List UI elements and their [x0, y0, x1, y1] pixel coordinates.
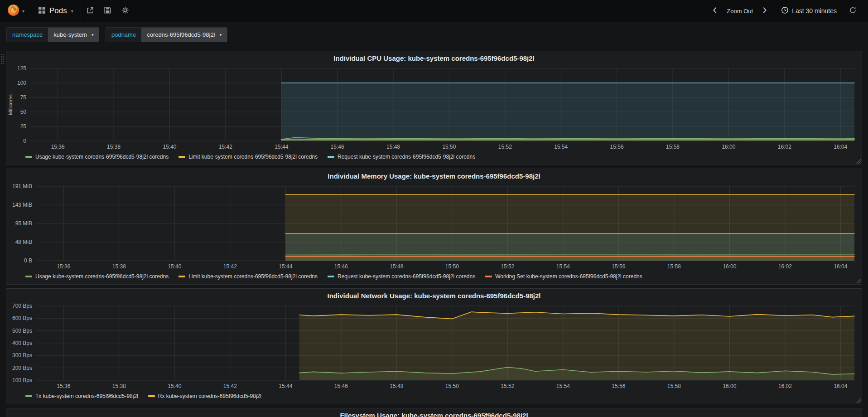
svg-text:15:50: 15:50 — [445, 383, 459, 389]
legend-series-name: Tx kube-system coredns-695f96dcd5-98j2l — [35, 393, 138, 399]
legend-series-color — [328, 156, 334, 158]
svg-text:15:48: 15:48 — [390, 383, 403, 389]
panel-resize-handle[interactable] — [856, 159, 861, 164]
chevron-left-icon — [713, 7, 717, 15]
dashboard-panels: Individual CPU Usage: kube-system coredn… — [0, 47, 868, 417]
svg-text:16:00: 16:00 — [722, 144, 735, 150]
settings-button[interactable] — [116, 0, 134, 22]
svg-text:500 Bps: 500 Bps — [12, 328, 32, 334]
legend-item[interactable]: Request kube-system coredns-695f96dcd5-9… — [328, 154, 475, 160]
legend-item[interactable]: Limit kube-system coredns-695f96dcd5-98j… — [178, 154, 318, 160]
svg-text:16:02: 16:02 — [778, 263, 792, 270]
svg-text:25: 25 — [20, 123, 27, 130]
svg-text:15:58: 15:58 — [667, 263, 681, 270]
svg-text:15:42: 15:42 — [223, 383, 237, 389]
time-back-button[interactable] — [708, 0, 722, 22]
svg-text:15:40: 15:40 — [163, 144, 176, 150]
legend-item[interactable]: Usage kube-system coredns-695f96dcd5-98j… — [25, 154, 169, 160]
memory-usage-graph[interactable]: 0 B48 MiB95 MiB143 MiB191 MiB15:3615:381… — [6, 183, 862, 272]
svg-text:15:54: 15:54 — [556, 263, 570, 270]
time-range-button[interactable]: Last 30 minutes — [776, 0, 841, 22]
svg-text:15:58: 15:58 — [666, 144, 680, 150]
svg-text:600 Bps: 600 Bps — [12, 315, 32, 321]
svg-text:15:42: 15:42 — [219, 144, 232, 150]
legend-series-name: Limit kube-system coredns-695f96dcd5-98j… — [188, 273, 318, 280]
svg-text:143 MiB: 143 MiB — [12, 202, 32, 208]
svg-text:48 MiB: 48 MiB — [15, 239, 32, 245]
legend-item[interactable]: Limit kube-system coredns-695f96dcd5-98j… — [178, 273, 318, 280]
variable-select-podname[interactable]: coredns-695f96dcd5-98j2l ▾ — [141, 28, 227, 42]
svg-text:15:48: 15:48 — [386, 144, 400, 150]
panel-resize-handle[interactable] — [856, 398, 861, 403]
legend-item[interactable]: Request kube-system coredns-695f96dcd5-9… — [328, 273, 475, 280]
svg-text:15:46: 15:46 — [334, 263, 348, 270]
memory-legend: Usage kube-system coredns-695f96dcd5-98j… — [6, 272, 862, 284]
network-usage-graph[interactable]: 100 Bps200 Bps300 Bps400 Bps500 Bps600 B… — [6, 302, 862, 391]
svg-text:Millicores: Millicores — [8, 94, 13, 115]
panel-title[interactable]: Individual Network Usage: kube-system co… — [6, 291, 862, 302]
time-forward-button[interactable] — [757, 0, 772, 22]
legend-series-name: Usage kube-system coredns-695f96dcd5-98j… — [35, 273, 169, 280]
svg-text:400 Bps: 400 Bps — [12, 340, 32, 346]
time-range-label: Last 30 minutes — [792, 7, 837, 15]
variable-select-namespace[interactable]: kube-system ▾ — [48, 28, 99, 42]
svg-text:15:50: 15:50 — [445, 263, 459, 270]
svg-text:15:56: 15:56 — [610, 144, 624, 150]
svg-text:15:38: 15:38 — [107, 144, 121, 150]
legend-series-color — [485, 276, 492, 277]
panel-title[interactable]: Individual Memory Usage: kube-system cor… — [6, 171, 862, 183]
navbar: ▾ Pods ▾ — [0, 0, 868, 22]
legend-series-name: Usage kube-system coredns-695f96dcd5-98j… — [35, 154, 169, 160]
legend-series-name: Rx kube-system coredns-695f96dcd5-98j2l — [158, 393, 261, 399]
svg-text:16:04: 16:04 — [834, 263, 847, 270]
svg-text:15:40: 15:40 — [168, 383, 181, 389]
svg-text:300 Bps: 300 Bps — [12, 352, 32, 359]
svg-text:15:54: 15:54 — [556, 383, 570, 389]
legend-item[interactable]: Working Set kube-system coredns-695f96dc… — [485, 273, 642, 280]
legend-series-name: Working Set kube-system coredns-695f96dc… — [495, 273, 642, 280]
svg-text:16:02: 16:02 — [778, 144, 791, 150]
refresh-button[interactable] — [844, 0, 862, 22]
variable-value-namespace: kube-system — [53, 31, 87, 38]
row-drag-handle[interactable] — [1, 53, 4, 64]
svg-text:15:46: 15:46 — [334, 383, 348, 389]
save-icon — [104, 6, 111, 16]
variable-podname: podname coredns-695f96dcd5-98j2l ▾ — [106, 27, 227, 42]
svg-text:100 Bps: 100 Bps — [12, 377, 32, 383]
zoom-out-button[interactable]: Zoom Out — [722, 0, 757, 22]
svg-text:15:42: 15:42 — [223, 263, 237, 270]
panel-title[interactable]: Filesystem Usage: kube-system coredns-69… — [6, 410, 862, 417]
legend-item[interactable]: Usage kube-system coredns-695f96dcd5-98j… — [25, 273, 169, 280]
legend-item[interactable]: Rx kube-system coredns-695f96dcd5-98j2l — [148, 393, 261, 399]
share-button[interactable] — [81, 0, 99, 22]
svg-text:16:00: 16:00 — [723, 263, 736, 270]
dashboard-grid-icon — [39, 7, 45, 15]
svg-text:15:52: 15:52 — [501, 383, 514, 389]
dashboard-picker-button[interactable]: Pods ▾ — [31, 0, 81, 22]
svg-text:15:54: 15:54 — [554, 144, 568, 150]
navbar-right: Zoom Out Last 30 minutes — [708, 0, 862, 22]
chevron-down-icon: ▾ — [219, 32, 222, 37]
svg-text:75: 75 — [20, 94, 27, 101]
svg-text:15:38: 15:38 — [112, 383, 126, 389]
legend-series-color — [178, 276, 185, 277]
svg-text:15:56: 15:56 — [612, 383, 625, 389]
panel-filesystem-usage: Filesystem Usage: kube-system coredns-69… — [6, 408, 862, 417]
svg-text:16:04: 16:04 — [834, 383, 847, 389]
cpu-usage-graph[interactable]: 025507510012515:3615:3815:4015:4215:4415… — [6, 65, 862, 152]
svg-text:15:50: 15:50 — [442, 144, 456, 150]
svg-text:15:44: 15:44 — [279, 383, 292, 389]
legend-item[interactable]: Tx kube-system coredns-695f96dcd5-98j2l — [25, 393, 138, 399]
grafana-logo-button[interactable]: ▾ — [0, 0, 31, 22]
svg-text:15:48: 15:48 — [390, 263, 403, 270]
variable-label-namespace: namespace — [7, 28, 48, 42]
save-button[interactable] — [99, 0, 116, 22]
legend-series-name: Limit kube-system coredns-695f96dcd5-98j… — [188, 154, 318, 160]
panel-title[interactable]: Individual CPU Usage: kube-system coredn… — [6, 53, 862, 65]
panel-memory-usage: Individual Memory Usage: kube-system cor… — [6, 169, 862, 285]
svg-text:191 MiB: 191 MiB — [12, 183, 32, 189]
chevron-down-icon: ▾ — [91, 32, 93, 37]
panel-network-usage: Individual Network Usage: kube-system co… — [6, 288, 862, 404]
svg-text:15:38: 15:38 — [112, 263, 126, 270]
panel-resize-handle[interactable] — [856, 279, 861, 283]
